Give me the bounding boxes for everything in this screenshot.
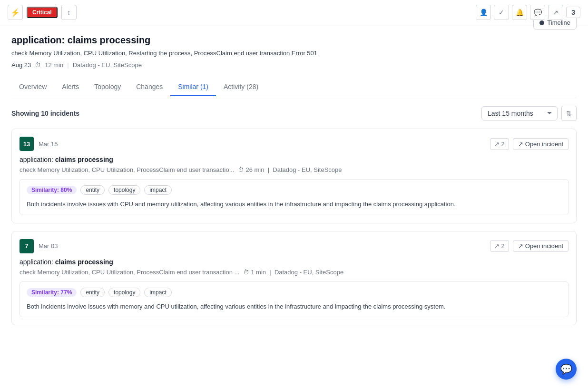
- incident-1-similarity-text: Both incidents involve issues with CPU a…: [27, 200, 561, 209]
- incident-card-1: 13 Mar 15 ↗ 2 ↗ Open incident applicatio…: [11, 129, 577, 223]
- title-prefix: application:: [11, 35, 65, 45]
- meta-divider: |: [67, 61, 69, 69]
- incident-2-similarity-box: Similarity: 77% entity topology impact B…: [20, 281, 568, 318]
- incident-title: application: claims processing: [11, 35, 577, 46]
- sort-icon: ↕: [67, 9, 70, 16]
- card-1-actions: ↗ 2 ↗ Open incident: [490, 138, 568, 150]
- incident-2-similarity-badge: Similarity: 77%: [27, 288, 77, 297]
- duration-icon-1: ⏱: [238, 166, 244, 173]
- user-icon: 👤: [480, 9, 488, 16]
- top-bar-left: ⚡ Critical ↕: [8, 5, 77, 20]
- check-icon-button[interactable]: ✓: [494, 5, 509, 20]
- card-2-header-left: 7 Mar 03: [20, 239, 58, 253]
- card-2-actions: ↗ 2 ↗ Open incident: [490, 240, 568, 252]
- incident-1-open-button[interactable]: ↗ Open incident: [513, 138, 568, 150]
- user-icon-button[interactable]: 👤: [476, 5, 491, 20]
- tab-activity[interactable]: Activity (28): [216, 78, 266, 96]
- incident-1-desc: check Memory Utilization, CPU Utilizatio…: [20, 166, 568, 173]
- card-1-header-left: 13 Mar 15: [20, 137, 58, 151]
- incident-1-title: application: claims processing: [20, 156, 568, 163]
- incident-1-similarity-tags: Similarity: 80% entity topology impact: [27, 185, 561, 195]
- tab-topology[interactable]: Topology: [87, 78, 128, 96]
- incident-2-similarity-tags: Similarity: 77% entity topology impact: [27, 288, 561, 297]
- incidents-count: Showing 10 incidents: [11, 110, 79, 117]
- top-bar-right: 👤 ✓ 🔔 💬 ↗ 3: [476, 5, 580, 20]
- incident-1-similarity-badge: Similarity: 80%: [27, 186, 77, 194]
- incident-1-tag-topology: topology: [108, 185, 140, 195]
- tab-overview[interactable]: Overview: [11, 78, 54, 96]
- top-bar: ⚡ Critical ↕ 👤 ✓ 🔔 💬 ↗ 3: [0, 0, 588, 25]
- share-arrow-icon-2: ↗: [494, 242, 500, 250]
- comment-icon: 💬: [534, 9, 542, 16]
- duration-icon: ⏱: [35, 61, 41, 69]
- incident-1-share-count: 2: [501, 140, 505, 148]
- external-link-icon-2: ↗: [518, 242, 523, 250]
- incident-1-tag-entity: entity: [80, 185, 105, 195]
- critical-badge[interactable]: Critical: [27, 7, 58, 18]
- comment-icon-button[interactable]: 💬: [530, 5, 545, 20]
- incident-source: Datadog - EU, SiteScope: [73, 61, 142, 69]
- incident-2-date: Mar 03: [39, 242, 58, 250]
- incident-2-tag-impact: impact: [144, 288, 171, 297]
- tab-alerts[interactable]: Alerts: [54, 78, 87, 96]
- share-icon: ↗: [553, 9, 559, 16]
- incident-1-share-button[interactable]: ↗ 2: [490, 138, 509, 150]
- incident-card-2: 7 Mar 03 ↗ 2 ↗ Open incident application…: [11, 231, 577, 326]
- title-bold: claims processing: [68, 35, 151, 45]
- incident-2-share-count: 2: [501, 242, 505, 250]
- incident-1-number: 13: [20, 137, 34, 151]
- incident-duration: 12 min: [45, 61, 63, 69]
- card-2-header: 7 Mar 03 ↗ 2 ↗ Open incident: [20, 239, 568, 253]
- lightning-button[interactable]: ⚡: [8, 5, 23, 20]
- share-arrow-icon: ↗: [494, 140, 500, 148]
- tab-similar[interactable]: Similar (1): [170, 78, 216, 96]
- bell-icon: 🔔: [516, 9, 524, 16]
- external-link-icon: ↗: [518, 140, 523, 148]
- incident-2-title: application: claims processing: [20, 258, 568, 266]
- incident-1-source: Datadog - EU, SiteScope: [273, 166, 342, 173]
- incident-2-similarity-text: Both incidents involve issues with memor…: [27, 302, 561, 311]
- incident-1-similarity-box: Similarity: 80% entity topology impact B…: [20, 179, 568, 215]
- duration-icon-2: ⏱: [243, 269, 249, 276]
- incident-1-duration: 26 min: [245, 166, 264, 173]
- incident-date: Aug 23: [11, 61, 31, 69]
- sort-toggle-button[interactable]: ↕: [61, 5, 77, 20]
- tab-changes[interactable]: Changes: [128, 78, 170, 96]
- incidents-sort-button[interactable]: ⇅: [561, 106, 577, 121]
- incidents-controls: Last 15 months Last 30 days Last 90 days…: [481, 106, 577, 121]
- incident-2-duration: 1 min: [251, 269, 266, 276]
- incident-1-date: Mar 15: [39, 140, 58, 148]
- main-content: Timeline application: claims processing …: [0, 25, 588, 342]
- incident-2-open-button[interactable]: ↗ Open incident: [513, 240, 568, 252]
- incidents-header: Showing 10 incidents Last 15 months Last…: [11, 106, 577, 121]
- check-icon: ✓: [499, 9, 504, 16]
- sort-arrows-icon: ⇅: [566, 110, 572, 117]
- incident-1-tag-impact: impact: [144, 185, 171, 195]
- share-icon-button[interactable]: ↗: [548, 5, 563, 20]
- subtitle-text: check Memory Utilization, CPU Utilizatio…: [11, 50, 317, 57]
- incident-2-source: Datadog - EU, SiteScope: [274, 269, 343, 276]
- tabs-bar: Overview Alerts Topology Changes Similar…: [11, 78, 577, 96]
- incident-subtitle: check Memory Utilization, CPU Utilizatio…: [11, 50, 577, 57]
- incident-2-number: 7: [20, 239, 34, 253]
- timeline-label: Timeline: [547, 19, 570, 26]
- notification-count: 3: [566, 7, 580, 18]
- incident-2-share-button[interactable]: ↗ 2: [490, 240, 509, 252]
- incident-2-tag-entity: entity: [80, 288, 105, 297]
- card-1-header: 13 Mar 15 ↗ 2 ↗ Open incident: [20, 137, 568, 151]
- incident-2-desc: check Memory Utilization, CPU Utilizatio…: [20, 269, 568, 276]
- time-filter-dropdown[interactable]: Last 15 months Last 30 days Last 90 days…: [481, 106, 558, 120]
- timeline-dot-icon: [539, 20, 544, 25]
- incident-meta: Aug 23 ⏱ 12 min | Datadog - EU, SiteScop…: [11, 61, 577, 69]
- incident-2-tag-topology: topology: [108, 288, 140, 297]
- bell-icon-button[interactable]: 🔔: [512, 5, 527, 20]
